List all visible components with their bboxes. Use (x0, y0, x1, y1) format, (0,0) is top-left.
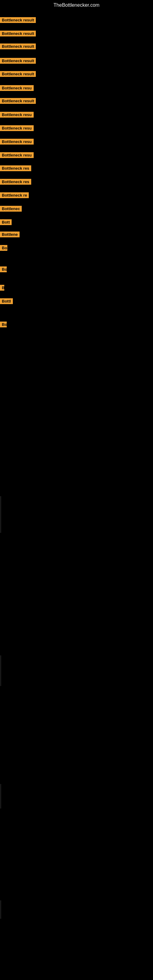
bottleneck-badge-0: Bottleneck result (0, 17, 36, 24)
bottleneck-badge-11: Bottleneck res (0, 165, 31, 172)
bottleneck-badge-17: Bo (0, 245, 7, 252)
badge-text-6: Bottleneck result (0, 98, 36, 104)
bottleneck-badge-3: Bottleneck result (0, 58, 36, 65)
badge-text-21: Bo (0, 321, 7, 328)
bottleneck-badge-5: Bottleneck resu (0, 85, 33, 92)
bottleneck-badge-20: Bottl (0, 298, 13, 305)
bottleneck-badge-12: Bottleneck res (0, 179, 31, 186)
badge-text-5: Bottleneck resu (0, 85, 33, 91)
bottleneck-badge-16: Bottlene (0, 232, 19, 239)
badge-text-3: Bottleneck result (0, 58, 36, 64)
bottleneck-badge-9: Bottleneck resu (0, 139, 33, 146)
badge-text-1: Bottleneck result (0, 30, 36, 37)
badge-text-16: Bottlene (0, 232, 19, 237)
badge-text-4: Bottleneck result (0, 71, 36, 77)
bottleneck-badge-18: Bo (0, 266, 7, 274)
badge-text-11: Bottleneck res (0, 165, 31, 171)
bottleneck-badge-8: Bottleneck resu (0, 125, 33, 132)
badge-text-8: Bottleneck resu (0, 125, 33, 131)
bottleneck-badge-13: Bottleneck re (0, 192, 29, 199)
bottleneck-badge-4: Bottleneck result (0, 71, 36, 78)
badge-text-15: Bott (0, 219, 12, 225)
badge-text-19: B (0, 285, 4, 291)
bottleneck-badge-6: Bottleneck result (0, 98, 36, 105)
badge-text-14: Bottlenec (0, 206, 22, 212)
badge-text-18: Bo (0, 266, 7, 272)
bottleneck-badge-1: Bottleneck result (0, 30, 36, 38)
badge-text-12: Bottleneck res (0, 179, 31, 185)
bottleneck-badge-14: Bottlenec (0, 206, 22, 213)
site-title: TheBottlenecker.com (0, 0, 153, 9)
badge-text-0: Bottleneck result (0, 17, 36, 23)
badge-text-7: Bottleneck resu (0, 112, 33, 118)
bottleneck-badge-2: Bottleneck result (0, 43, 36, 51)
bottleneck-badge-10: Bottleneck resu (0, 152, 33, 159)
badge-text-2: Bottleneck result (0, 43, 36, 49)
badge-text-20: Bottl (0, 298, 13, 304)
bottleneck-badge-15: Bott (0, 219, 12, 226)
badge-text-13: Bottleneck re (0, 192, 29, 198)
badge-text-9: Bottleneck resu (0, 139, 33, 145)
bottleneck-badge-21: Bo (0, 321, 7, 329)
badge-text-17: Bo (0, 245, 7, 251)
bottleneck-badge-7: Bottleneck resu (0, 112, 33, 119)
badge-text-10: Bottleneck resu (0, 152, 33, 158)
bottleneck-badge-19: B (0, 285, 4, 292)
